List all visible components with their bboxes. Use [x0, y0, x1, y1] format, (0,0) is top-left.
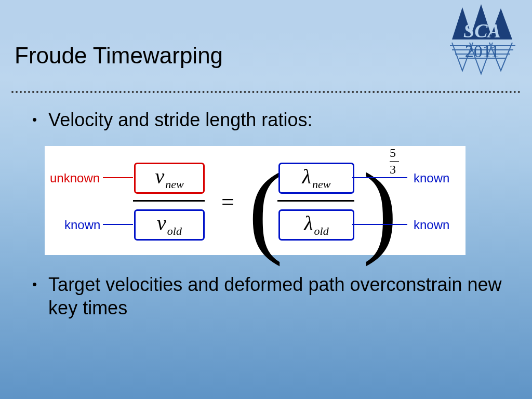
term-lambda-new: λnew	[278, 163, 354, 194]
connector-known-left	[103, 224, 133, 225]
bullet-2: • Target velocities and deformed path ov…	[32, 273, 511, 320]
label-unknown: unknown	[50, 171, 100, 185]
bullet-dot: •	[32, 273, 37, 320]
bullet-2-text: Target velocities and deformed path over…	[48, 273, 511, 320]
equals-sign: =	[221, 189, 234, 215]
bullet-dot: •	[32, 108, 37, 131]
divider	[11, 91, 521, 93]
exponent: 5 3	[390, 146, 399, 177]
slide: SCA 2011 Froude Timewarping • Velocity a…	[0, 0, 532, 399]
term-v-new: vnew	[134, 163, 205, 194]
label-known-left: known	[64, 218, 100, 232]
connector-known-bottom	[352, 224, 407, 225]
logo-text-bottom: 2011	[465, 42, 500, 61]
sca-2011-logo: SCA 2011	[447, 3, 520, 86]
paren-right: )	[363, 168, 397, 251]
logo-text-top: SCA	[463, 20, 501, 42]
connector-unknown	[103, 177, 133, 178]
bullet-1-text: Velocity and stride length ratios:	[48, 108, 312, 131]
slide-content: • Velocity and stride length ratios: unk…	[32, 108, 511, 334]
slide-title: Froude Timewarping	[15, 43, 223, 69]
term-v-old: vold	[134, 209, 205, 241]
label-known-bottom: known	[414, 218, 449, 232]
paren-left: (	[248, 168, 283, 251]
label-known-top: known	[414, 171, 449, 185]
equation: unknown known vnew vold = ( ) λnew	[45, 146, 466, 255]
bullet-1: • Velocity and stride length ratios:	[32, 108, 511, 131]
connector-known-top	[352, 177, 407, 178]
term-lambda-old: λold	[278, 209, 354, 241]
fraction-bar-right	[277, 200, 354, 202]
fraction-bar-left	[133, 200, 205, 202]
